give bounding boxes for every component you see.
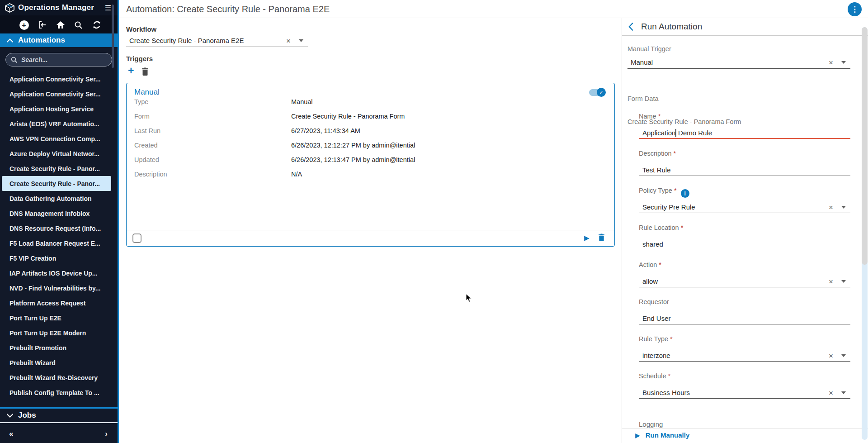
operations-manager-app: Operations Manager ☰ + <box>0 0 868 443</box>
sidebar-item-label: Port Turn Up E2E Modern <box>9 329 86 337</box>
expand-panel-button[interactable]: › <box>105 429 108 438</box>
clear-icon[interactable]: × <box>286 37 291 45</box>
sidebar-item[interactable]: Application Hosting Service <box>2 101 111 116</box>
required-asterisk: * <box>674 150 676 157</box>
sidebar-item[interactable]: Platform Access Request <box>2 295 111 310</box>
field-value: End User <box>642 314 671 322</box>
field-input[interactable]: shared <box>639 239 850 250</box>
dropdown-arrow-icon[interactable] <box>841 280 846 283</box>
sidebar-item[interactable]: Prebuilt Promotion <box>2 340 111 355</box>
home-button[interactable] <box>55 19 66 30</box>
sidebar-item[interactable]: Port Turn Up E2E <box>2 310 111 325</box>
search-input[interactable]: Search... <box>5 53 112 67</box>
sidebar-footer: « › <box>0 425 118 443</box>
sidebar-item[interactable]: Prebuilt Wizard <box>2 355 111 370</box>
refresh-icon <box>92 20 101 29</box>
run-trigger-button[interactable]: ▶ <box>584 234 590 242</box>
sidebar-item[interactable]: Prebuilt Wizard Re-Discovery <box>2 370 111 385</box>
sidebar-item-label: Azure Deploy Virtual Networ... <box>9 150 99 157</box>
sidebar-item[interactable]: Data Gathering Automation <box>2 191 111 206</box>
field-select[interactable]: Business Hours× <box>639 388 850 399</box>
trigger-detail-row: TypeManual <box>127 98 614 110</box>
trigger-enabled-toggle[interactable]: ✓ <box>589 89 604 96</box>
home-icon <box>56 21 65 29</box>
detail-value: N/A <box>291 171 302 178</box>
sidebar-item[interactable]: F5 Load Balancer Request E... <box>2 236 111 251</box>
manual-trigger-label: Manual Trigger <box>627 45 671 52</box>
sidebar-item[interactable]: Publish Config Template To ... <box>2 385 111 400</box>
sidebar-item[interactable]: DNS Resource Request (Info... <box>2 221 111 236</box>
detail-label: Updated <box>134 156 159 163</box>
panel-scrollbar-track[interactable] <box>862 27 868 440</box>
app-title: Operations Manager <box>18 3 94 12</box>
sidebar-section-jobs[interactable]: Jobs <box>0 407 118 423</box>
sidebar-item[interactable]: AWS VPN Connection Comp... <box>2 131 111 146</box>
sidebar-section-automations[interactable]: Automations <box>0 33 118 47</box>
run-manually-button[interactable]: ▶ Run Manually <box>635 431 689 439</box>
add-button[interactable]: + <box>19 19 29 30</box>
search-placeholder: Search... <box>21 56 47 63</box>
delete-trigger-card-icon[interactable] <box>598 233 605 242</box>
form-field-action: Action *allow× <box>639 261 850 295</box>
panel-scrollbar-thumb[interactable] <box>862 27 868 265</box>
sidebar-item[interactable]: IAP Artifacts IOS Device Up... <box>2 266 111 281</box>
sidebar-item-label: Data Gathering Automation <box>9 195 92 202</box>
form-field-description: Description *Test Rule <box>639 150 850 184</box>
sidebar-item[interactable]: Azure Deploy Virtual Networ... <box>2 146 111 161</box>
card-divider <box>127 230 614 230</box>
sidebar-item[interactable]: F5 VIP Creation <box>2 251 111 266</box>
field-select[interactable]: interzone× <box>639 351 850 362</box>
search-button[interactable] <box>73 19 84 30</box>
sidebar-item[interactable]: DNS Management Infoblox <box>2 206 111 221</box>
delete-trigger-icon[interactable] <box>142 67 149 76</box>
sidebar-item[interactable]: Application Connectivity Ser... <box>2 86 111 101</box>
sidebar-item-label: Prebuilt Promotion <box>9 344 66 352</box>
trigger-checkbox[interactable] <box>132 233 142 243</box>
sidebar-item[interactable]: Create Security Rule - Panor... <box>2 161 111 176</box>
form-field-rule-location: Rule Location *shared <box>639 224 850 258</box>
sidebar-item-label: Arista (EOS) VRF Automatio... <box>9 120 99 128</box>
sidebar-item[interactable]: Port Turn Up E2E Modern <box>2 325 111 340</box>
trigger-detail-row: DescriptionN/A <box>127 171 614 182</box>
collapse-sidebar-button[interactable]: « <box>9 429 13 438</box>
dropdown-arrow-icon[interactable] <box>841 206 846 209</box>
form-data-label: Form Data <box>627 95 659 102</box>
clear-icon[interactable]: × <box>829 389 833 397</box>
sidebar-scrollbar-thumb[interactable] <box>112 5 114 68</box>
dropdown-arrow-icon[interactable] <box>841 391 846 394</box>
field-label: Action * <box>639 261 850 269</box>
refresh-button[interactable] <box>91 19 102 30</box>
form-field-schedule: Schedule *Business Hours× <box>639 372 850 407</box>
dropdown-arrow-icon[interactable] <box>299 39 303 42</box>
sidebar-item[interactable]: Create Security Rule - Panor... <box>2 176 111 191</box>
itential-logo-icon <box>5 3 15 13</box>
dropdown-arrow-icon[interactable] <box>841 354 846 357</box>
toggle-check-icon: ✓ <box>597 88 606 97</box>
field-select[interactable]: allow× <box>639 276 850 287</box>
clear-icon[interactable]: × <box>829 59 833 67</box>
clear-icon[interactable]: × <box>829 352 833 360</box>
field-input[interactable]: Test Rule <box>639 165 850 176</box>
field-input[interactable]: End User <box>639 314 850 324</box>
manual-trigger-select[interactable]: Manual × <box>627 57 850 69</box>
required-asterisk: * <box>681 224 684 231</box>
clear-icon[interactable]: × <box>829 204 833 211</box>
clear-icon[interactable]: × <box>829 278 833 286</box>
add-trigger-button[interactable]: + <box>128 66 134 76</box>
search-field-icon <box>11 57 18 63</box>
field-select[interactable]: Security Pre Rule× <box>639 202 850 213</box>
automations-list: Application Connectivity Ser...Applicati… <box>0 71 118 407</box>
sidebar-item[interactable]: NVD - Find Vulnerabilities by... <box>2 281 111 295</box>
import-button[interactable] <box>37 19 48 30</box>
sidebar-item-label: DNS Resource Request (Info... <box>9 225 101 232</box>
menu-icon[interactable]: ☰ <box>105 4 111 12</box>
field-input[interactable]: Application Demo Rule <box>639 128 850 139</box>
run-manually-label: Run Manually <box>646 431 690 439</box>
back-chevron-icon[interactable] <box>628 23 633 31</box>
workflow-select[interactable]: Create Security Rule - Panorama E2E × <box>126 35 308 47</box>
sidebar-item[interactable]: Arista (EOS) VRF Automatio... <box>2 116 111 131</box>
sidebar-item[interactable]: Application Connectivity Ser... <box>2 71 111 86</box>
dropdown-arrow-icon[interactable] <box>841 61 846 64</box>
more-options-button[interactable]: ⋮ <box>848 2 862 16</box>
info-icon[interactable]: i <box>681 189 689 198</box>
